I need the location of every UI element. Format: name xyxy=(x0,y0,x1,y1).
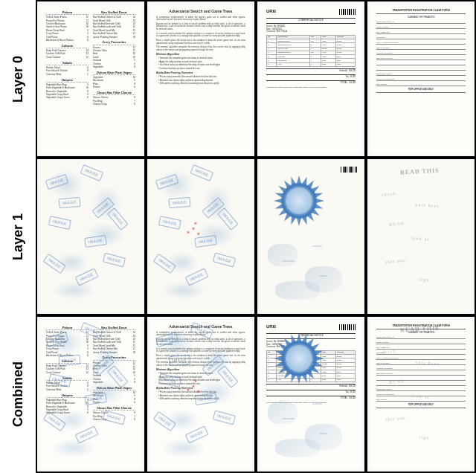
overlay-scribble-page: READ THISchecknote hereREADlook atthis o… xyxy=(370,162,472,311)
menu-section-title: Curry Favourites xyxy=(93,355,135,360)
form-footer: FOR OFFICE USE ONLY xyxy=(376,89,466,93)
signature-mark: ~~~ xyxy=(320,274,327,280)
invoice-table: NoDescriptionQtyUnitAmount1Standard Item… xyxy=(266,350,356,382)
cell-layer1-col3: ~~~~~~~~~~~~ xyxy=(256,158,366,315)
menu-item: Vegetable Crispy Sauce8 xyxy=(46,412,89,415)
stamp-mark: IMAGE xyxy=(75,268,98,286)
menu-item: Paneer9 xyxy=(93,86,135,89)
form-field-line: Date of Incident xyxy=(376,47,466,50)
form-field-line: Date of Incident xyxy=(376,362,466,365)
paper-paragraph: Even a simple game like tic-tac-toe is t… xyxy=(156,39,245,45)
form-header: TRANSPORTER REGISTRATION CLAIM FORM xyxy=(376,9,466,14)
handwriting-annotation: look at xyxy=(411,236,430,242)
menu-document: PakoraChilli & Garlic Prawn12Prawn Puri … xyxy=(40,4,141,153)
paper-title: Adversarial Search and Game Trees xyxy=(156,324,245,329)
form-field-line: City / State / Zip xyxy=(376,31,466,34)
table-row: 7Misc22.004.00 xyxy=(267,378,356,382)
table-row: 7Misc22.004.00 xyxy=(267,62,356,66)
overlay-stamps-red-page: IMAGEIMAGEIMAGEIMAGEIMAGEIMAGEIMAGEIMAGE… xyxy=(150,162,251,311)
menu-document-combined: PakoraChilli & Garlic Prawn12Prawn Puri … xyxy=(40,320,141,469)
menu-item: Coleslaw Filled5 xyxy=(46,74,89,77)
stamp-mark: IMAGE xyxy=(155,174,178,190)
handwriting-annotation: sign xyxy=(419,435,430,442)
form-field-line: Telephone xyxy=(376,352,466,355)
menu-item: Chicken Tikka11 xyxy=(93,365,135,368)
menu-item: Beef10 xyxy=(93,53,135,56)
stamp-mark: IMAGE xyxy=(80,164,103,181)
menu-item: Mushroom & Bacon Pakora8 xyxy=(46,39,89,42)
menu-item: Vegetable8 xyxy=(93,66,135,69)
form-field-line xyxy=(376,62,466,65)
handwriting-annotation: this one xyxy=(385,416,407,424)
smear-mark xyxy=(305,266,342,292)
table-cell: 2.00 xyxy=(321,378,336,382)
smudge-mark xyxy=(158,170,195,199)
menu-section-title: Nan Stuffed Dosai xyxy=(93,326,135,330)
form-field-line: Estimated Amount xyxy=(376,73,466,76)
smudge-mark xyxy=(202,184,232,222)
cell-combined-col2: Adversarial Search and Game TreesIn comp… xyxy=(146,315,256,473)
form-field-line: Street Address xyxy=(376,341,466,344)
stamp-mark: IMAGE xyxy=(194,235,216,247)
barcode-icon xyxy=(339,324,356,330)
smudge-mark xyxy=(92,184,122,222)
form-header: TRANSPORTER REGISTRATION CLAIM FORM xyxy=(376,324,466,329)
paper-bullet: • With perfect ordering, effective branc… xyxy=(158,398,245,401)
overlay-seal-page: ~~~~~~~~~~~~ xyxy=(260,162,361,311)
table-cell: 2 xyxy=(310,378,321,382)
invoice-total: Tax: 10.60 xyxy=(266,390,356,394)
stamp-mark: IMAGE xyxy=(103,252,126,267)
form-field-line: Date Signed xyxy=(376,399,466,402)
table-cell: 7 xyxy=(267,378,277,382)
handwriting-annotation: sign xyxy=(419,277,430,284)
menu-section-title: Choux Mac Filler Classic xyxy=(93,406,135,411)
menu-item: Jamun Pudding Sampler10 xyxy=(93,352,135,355)
menu-item: Vegetable Crispy Sauce8 xyxy=(46,97,89,100)
paper-bullet: • Continue backing up values toward the … xyxy=(158,68,245,71)
smudge-mark xyxy=(165,409,199,431)
table-cell: 2.00 xyxy=(321,62,336,66)
stamp-mark: IMAGE xyxy=(107,207,128,230)
signature-mark: ~~~~~ xyxy=(283,416,295,422)
handwriting-annotation: note here xyxy=(415,202,440,210)
form-subheader: CLAIMANT INFORMATION xyxy=(376,16,466,19)
form-field-line: City / State / Zip xyxy=(376,347,466,350)
smear-mark xyxy=(275,439,320,457)
menu-item: Vegetable8 xyxy=(93,382,135,384)
table-cell: 4.00 xyxy=(335,378,355,382)
paper-paragraph: The minimax algorithm computes the minim… xyxy=(156,46,245,51)
stamp-mark: IMAGE xyxy=(185,268,208,286)
stamp-mark: IMAGE xyxy=(45,174,68,190)
menu-section-title: Salads xyxy=(46,61,89,65)
form-field-line: Description of Claim xyxy=(376,373,466,376)
paper-bullet: • Generate the complete game tree down t… xyxy=(158,57,245,60)
menu-item: Coleslaw Filled5 xyxy=(46,389,89,392)
signature-mark: ~~~ xyxy=(320,431,327,437)
menu-section-title: Curry Favourites xyxy=(93,40,135,45)
table-cell: 4.00 xyxy=(335,62,355,66)
paper-bullet: • Generate the complete game tree down t… xyxy=(158,373,245,376)
smear-mark xyxy=(275,281,320,300)
stamp-mark: IMAGE xyxy=(202,197,224,218)
smudge-mark xyxy=(161,439,206,457)
menu-section-title: Calzone xyxy=(46,359,89,364)
paper-bullet: • Continue backing up values toward the … xyxy=(158,383,245,386)
cell-layer0-col2: Adversarial Search and Game TreesIn comp… xyxy=(146,0,256,158)
menu-item: Curry Calzone12 xyxy=(46,372,89,375)
smudge-mark xyxy=(165,251,199,274)
menu-item: Cheese Chips6 xyxy=(93,419,135,422)
menu-section-title: Calzone xyxy=(46,44,89,48)
invoice-total: Tax: 10.60 xyxy=(266,74,356,79)
smear-mark xyxy=(268,402,298,424)
overlay-stamps-page: IMAGEIMAGEIMAGEIMAGEIMAGEIMAGEIMAGEIMAGE… xyxy=(40,162,141,311)
signature-mark: ~~~~~ xyxy=(283,259,295,265)
menu-item: Paneer9 xyxy=(93,402,135,405)
form-field-line: Date Signed xyxy=(376,83,466,86)
invoice-total: TOTAL: 116.60 xyxy=(266,80,356,85)
paper-paragraph: The minimax algorithm computes the minim… xyxy=(156,361,245,367)
form-field-line: Telephone xyxy=(376,36,466,39)
invoice-logo: URB xyxy=(266,9,276,15)
invoice-subtitle: COMMERCIAL INVOICE xyxy=(266,18,356,24)
table-cell: Misc xyxy=(277,62,310,66)
form-field-line: Policy / Certificate Number xyxy=(376,357,466,360)
